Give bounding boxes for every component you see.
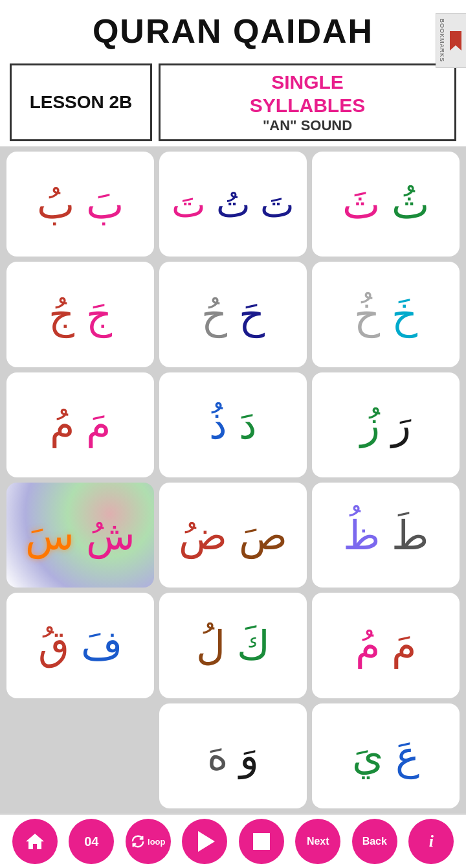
- play-button[interactable]: [182, 819, 227, 864]
- arabic-cell-8[interactable]: دَ ذُ: [159, 372, 307, 477]
- app-title: QURAN QAIDAH: [6, 12, 460, 51]
- arabic-cell-16[interactable]: وَ هَ: [159, 703, 307, 808]
- lesson-label: LESSON 2B: [10, 63, 152, 141]
- arabic-cell-14[interactable]: كَ لُ: [159, 593, 307, 698]
- arabic-cell-12[interactable]: طَ ظُ: [312, 483, 460, 588]
- arabic-cell-17[interactable]: عَ يَ: [312, 703, 460, 808]
- header: QURAN QAIDAH BOOKMARKS: [0, 0, 466, 58]
- arabic-cell-15[interactable]: مَ مُ: [312, 593, 460, 698]
- lesson-title: SINGLE SYLLABLES: [250, 71, 365, 117]
- arabic-cell-7[interactable]: مَ مُ: [6, 372, 154, 477]
- arabic-cell-5[interactable]: حَ حُ: [159, 262, 307, 367]
- arabic-cell-10[interactable]: شُ سَ: [6, 483, 154, 588]
- arabic-cell-9[interactable]: رَ زُ: [312, 372, 460, 477]
- loop-button[interactable]: loop: [126, 819, 171, 864]
- arabic-cell-6[interactable]: خَ خُ: [312, 262, 460, 367]
- arabic-cell-11[interactable]: صَ ضُ: [159, 483, 307, 588]
- lesson-header: LESSON 2B SINGLE SYLLABLES "AN" SOUND: [0, 58, 466, 146]
- arabic-cell-1[interactable]: بَ بُ: [6, 152, 154, 257]
- info-button[interactable]: i: [408, 819, 454, 864]
- home-button[interactable]: [12, 819, 58, 864]
- stop-button[interactable]: [239, 819, 284, 864]
- back-button[interactable]: Back: [352, 819, 397, 864]
- lesson-subtitle: "AN" SOUND: [263, 117, 352, 134]
- bookmarks-tab[interactable]: BOOKMARKS: [436, 13, 466, 68]
- lesson-info: SINGLE SYLLABLES "AN" SOUND: [159, 63, 456, 141]
- arabic-cell-2[interactable]: تَ تُ تَ: [159, 152, 307, 257]
- counter-button[interactable]: 04: [69, 819, 114, 864]
- arabic-grid: بَ بُ تَ تُ تَ ثُ ثَ جَ جُ حَ حُ خ: [0, 146, 466, 814]
- arabic-cell-13[interactable]: فَ قُ: [6, 593, 154, 698]
- empty-cell: [6, 703, 154, 808]
- arabic-cell-4[interactable]: جَ جُ: [6, 262, 154, 367]
- arabic-cell-3[interactable]: ثُ ثَ: [312, 152, 460, 257]
- next-button[interactable]: Next: [295, 819, 340, 864]
- bottom-nav: 04 loop Next Back i: [0, 814, 466, 868]
